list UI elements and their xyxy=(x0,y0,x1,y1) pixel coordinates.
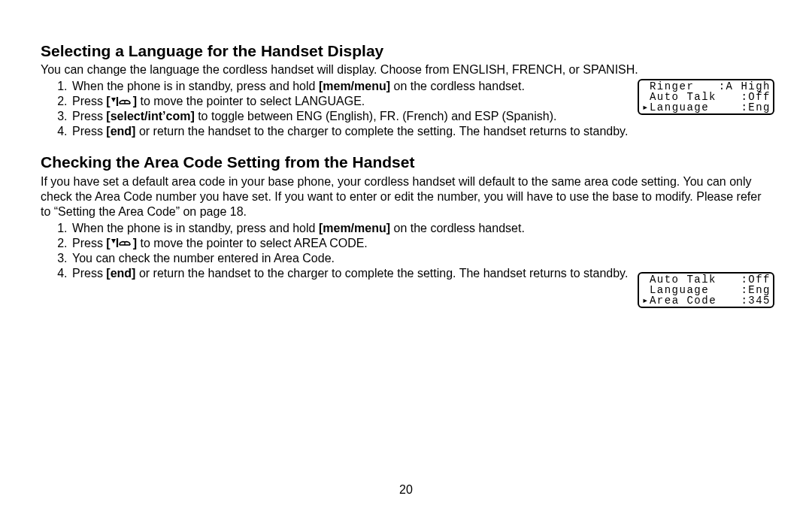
step-text: When the phone is in standby, press and … xyxy=(72,222,319,234)
key-end: [end] xyxy=(106,125,135,138)
step-text: on the cordless handset. xyxy=(390,222,525,234)
lcd-cell: Auto Talk xyxy=(642,274,717,285)
step-text: or return the handset to the charger to … xyxy=(135,267,628,280)
step-text: Press xyxy=(72,110,106,122)
key-mem-menu: [mem/menu] xyxy=(319,222,390,234)
list-item: Press [end] or return the handset to the… xyxy=(71,124,774,139)
step-text: or return the handset to the charger to … xyxy=(135,125,628,138)
step-text: When the phone is in standby, press and … xyxy=(72,80,319,92)
lcd-cell: :A High xyxy=(719,81,771,92)
key-end: [end] xyxy=(106,267,135,280)
page-number: 20 xyxy=(0,482,812,497)
step-text: on the cordless handset. xyxy=(390,80,525,92)
lcd-cell: ▸Area Code xyxy=(642,295,717,306)
lcd-cell: Language xyxy=(642,285,709,295)
key-select-intcom: [select/int’com] xyxy=(106,110,194,122)
intro-select-language: You can change the language the cordless… xyxy=(41,62,774,77)
lcd-cell: :Eng xyxy=(741,102,771,113)
lcd-cell: :Off xyxy=(741,92,771,102)
step-text: Press xyxy=(72,267,106,280)
lcd-cell: :Off xyxy=(741,274,771,285)
lcd-display-language: Ringer:A High Auto Talk:Off ▸Language:En… xyxy=(638,79,774,115)
list-item: When the phone is in standby, press and … xyxy=(71,221,774,236)
heading-area-code: Checking the Area Code Setting from the … xyxy=(41,153,774,172)
step-text: You can check the number entered in Area… xyxy=(72,252,335,265)
manual-page: Selecting a Language for the Handset Dis… xyxy=(0,0,812,517)
lcd-cell: Auto Talk xyxy=(642,92,717,102)
step-text: Press xyxy=(72,95,106,107)
list-item: Press [] to move the pointer to select A… xyxy=(71,236,774,251)
key-mem-menu: [mem/menu] xyxy=(319,80,390,92)
lcd-cell: :Eng xyxy=(741,285,771,295)
lcd-display-areacode: Auto Talk:Off Language:Eng ▸Area Code:34… xyxy=(638,272,774,308)
step-text: to move the pointer to select AREA CODE. xyxy=(137,237,368,249)
heading-select-language: Selecting a Language for the Handset Dis… xyxy=(41,41,774,61)
lcd-cell: Ringer xyxy=(642,81,694,92)
step-text: Press xyxy=(72,125,106,138)
down-arrow-book-icon xyxy=(111,97,133,106)
intro-area-code: If you have set a default area code in y… xyxy=(41,174,774,219)
step-text: to move the pointer to select LANGUAGE. xyxy=(137,95,365,107)
lcd-cell: ▸Language xyxy=(642,102,709,113)
step-text: to toggle between ENG (English), FR. (Fr… xyxy=(195,110,557,122)
step-text: Press xyxy=(72,237,106,249)
lcd-cell: :345 xyxy=(741,295,771,306)
down-arrow-book-icon xyxy=(111,238,133,247)
list-item: You can check the number entered in Area… xyxy=(71,251,774,266)
